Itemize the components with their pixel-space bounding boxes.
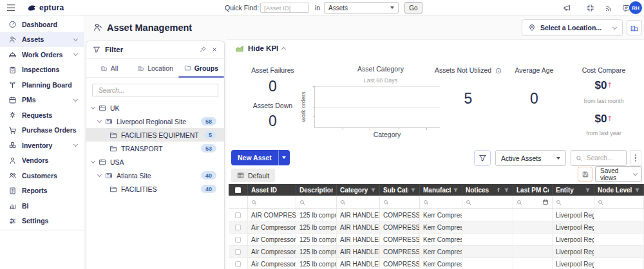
table-row[interactable]: AIR COMPRESS... 125 lb compress... AIR H… — [229, 209, 644, 221]
asset-view-select[interactable]: Active Assets — [495, 150, 566, 166]
active-tab-indicator — [178, 76, 224, 78]
broadcast-icon[interactable] — [603, 0, 614, 15]
column-header-manufacturer[interactable]: Manufacturer — [420, 184, 462, 196]
row-checkbox[interactable] — [229, 209, 248, 221]
table-row[interactable]: Air Compressor ... 125 lb compress... AI… — [229, 258, 644, 269]
chevron-down-icon[interactable] — [97, 172, 102, 177]
filter-node-level[interactable] — [594, 196, 644, 209]
grid-search-input[interactable] — [585, 154, 619, 162]
location-pin-icon — [528, 24, 536, 32]
sidebar-item-purchase-orders[interactable]: Purchase Orders — [0, 123, 84, 138]
saved-views-select[interactable]: Saved views — [595, 166, 642, 182]
filter-asset-id[interactable] — [248, 196, 296, 209]
funnel-icon — [93, 46, 100, 53]
grid-filter-button[interactable] — [474, 150, 491, 166]
announcements-icon[interactable] — [562, 0, 572, 15]
filter-category[interactable] — [337, 196, 380, 209]
chevron-down-icon[interactable] — [91, 159, 95, 163]
quick-find-scope-select[interactable]: Assets — [324, 2, 399, 14]
column-header-entity[interactable]: Entity — [553, 184, 594, 196]
row-checkbox[interactable] — [229, 258, 248, 269]
select-all-checkbox[interactable] — [229, 184, 248, 196]
grid-more-menu[interactable] — [630, 150, 641, 166]
filter-tab-location[interactable]: Location — [132, 59, 178, 77]
chevron-down-icon[interactable] — [91, 105, 95, 109]
location-select-value: Select a Location... — [540, 24, 609, 32]
sidebar-item-vendors[interactable]: Vendors — [0, 153, 84, 169]
row-checkbox[interactable] — [229, 234, 248, 245]
filter-tab-all[interactable]: All — [86, 59, 132, 77]
site-icon — [105, 118, 113, 125]
group-folder-icon — [109, 145, 117, 153]
new-asset-dropdown[interactable] — [278, 150, 290, 165]
grid-search[interactable] — [571, 150, 627, 166]
search-icon — [516, 199, 522, 205]
sidebar-item-bi[interactable]: BI — [0, 198, 84, 214]
sites-map-button[interactable] — [627, 20, 642, 35]
tree-node-liverpool-regional-site[interactable]: Liverpool Regional Site 58 — [86, 115, 224, 128]
column-header-description[interactable]: Description — [296, 184, 337, 196]
sidebar-item-pms[interactable]: PMs — [0, 93, 84, 108]
filter-sub-category[interactable] — [380, 196, 420, 209]
sidebar-item-inventory[interactable]: Inventory — [0, 138, 84, 153]
column-header-notices[interactable]: Notices — [462, 184, 513, 196]
sidebar-item-work-orders[interactable]: Work Orders — [0, 47, 84, 62]
pin-panel-icon[interactable] — [199, 46, 207, 53]
filter-manufacturer[interactable] — [420, 196, 462, 209]
kpi-cost-compare-label: Cost Compare — [570, 66, 638, 74]
sidebar-item-dashboard[interactable]: Dashboard — [0, 17, 84, 32]
tree-node-atlanta-site[interactable]: Atlanta Site 40 — [86, 169, 224, 182]
sidebar-item-settings[interactable]: Settings — [0, 214, 84, 229]
location-select[interactable]: Select a Location... — [522, 19, 623, 36]
filter-search-input[interactable] — [97, 86, 213, 95]
sidebar-item-planning-board[interactable]: Planning Board — [0, 77, 84, 93]
save-view-button[interactable] — [578, 167, 592, 181]
column-header-last-pm-completed[interactable]: Last PM Comple... — [513, 184, 553, 196]
calendar-icon[interactable] — [542, 199, 549, 205]
pms-calendar-icon — [8, 96, 17, 104]
sidebar-item-reports[interactable]: Reports — [0, 183, 84, 199]
table-row[interactable]: Air Compressor ... 125 lb compress... AI… — [229, 246, 644, 258]
new-asset-button[interactable]: New Asset — [231, 150, 290, 165]
filter-entity[interactable] — [553, 196, 594, 209]
user-avatar[interactable]: RH — [629, 1, 642, 14]
close-panel-icon[interactable] — [211, 46, 218, 53]
tree-node-facilities[interactable]: FACILITIES 40 — [86, 182, 224, 196]
filter-last-pm-completed[interactable] — [513, 196, 553, 209]
tree-node-transport[interactable]: TRANSPORT 53 — [86, 142, 224, 155]
go-button[interactable]: Go — [404, 2, 422, 14]
column-header-node-level[interactable]: Node Level — [594, 184, 644, 196]
table-row[interactable]: Air Compressor ... 125 lb compress... AI… — [229, 234, 644, 246]
filter-tab-groups[interactable]: Groups — [178, 59, 224, 77]
sidebar-item-inspections[interactable]: Inspections — [0, 62, 84, 78]
kpi-assets-down-value: 0 — [239, 113, 307, 130]
filter-description[interactable] — [296, 196, 337, 209]
hamburger-menu-icon[interactable] — [6, 0, 15, 15]
search-icon — [556, 199, 562, 205]
tree-node-usa[interactable]: USA — [86, 155, 224, 169]
table-row[interactable]: Air Compressor ... 125 lb compress... AI… — [229, 221, 644, 234]
shortcuts-icon[interactable] — [585, 0, 595, 15]
kpi-cost-month-value: $0↑ — [570, 79, 638, 92]
filter-notices[interactable] — [462, 196, 513, 209]
eptura-logo[interactable]: eptura — [27, 0, 64, 15]
kpi-toggle[interactable]: Hide KPI — [236, 44, 285, 52]
sidebar-item-customers[interactable]: Customers — [0, 168, 84, 183]
row-checkbox[interactable] — [229, 221, 248, 233]
column-filter-icon — [504, 187, 509, 193]
chevron-down-icon[interactable] — [97, 118, 102, 123]
column-header-category[interactable]: Category — [337, 184, 380, 196]
default-view-tab[interactable]: Default — [231, 169, 275, 182]
sidebar-item-assets[interactable]: Assets — [0, 32, 84, 48]
tree-node-uk[interactable]: UK — [86, 101, 224, 115]
caret-down-icon — [282, 156, 286, 159]
main-content: Asset Management Select a Location... Hi… — [85, 15, 644, 269]
tree-node-facilities-equipment[interactable]: FACILITIES EQUIPMENT 5 — [86, 128, 224, 142]
sidebar-item-requests[interactable]: Requests — [0, 107, 84, 123]
column-header-asset-id[interactable]: Asset ID — [248, 184, 296, 196]
row-checkbox[interactable] — [229, 246, 248, 257]
column-header-sub-category[interactable]: Sub Category — [380, 184, 420, 196]
quick-find-input[interactable] — [260, 3, 309, 13]
chart-ylabel: work orders — [300, 91, 307, 122]
filter-search[interactable] — [92, 84, 218, 97]
